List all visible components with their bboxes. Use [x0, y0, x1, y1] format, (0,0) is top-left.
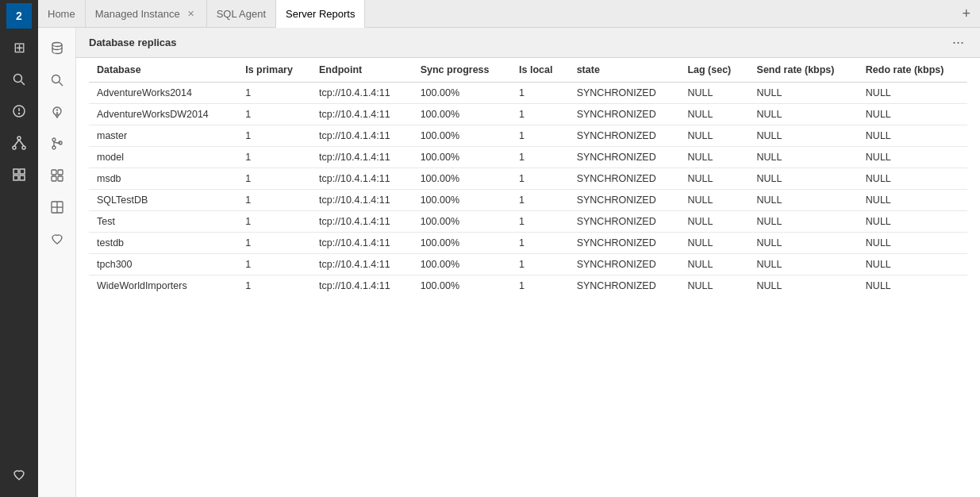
table-cell: 100.00%	[413, 125, 511, 147]
add-tab-button[interactable]: +	[952, 0, 980, 27]
table-cell: WideWorldImporters	[89, 275, 237, 297]
table-row: master1tcp://10.4.1.4:11100.00%1SYNCHRON…	[89, 125, 967, 147]
table-cell: NULL	[749, 233, 858, 254]
tab-sql-agent[interactable]: SQL Agent	[207, 0, 276, 27]
activity-bar: 2 ⊞	[0, 0, 38, 497]
col-state: state	[569, 58, 680, 83]
svg-line-8	[14, 140, 19, 146]
table-cell: SYNCHRONIZED	[569, 211, 680, 233]
sidebar-search-icon[interactable]	[43, 66, 71, 94]
schema-icon[interactable]	[0, 127, 38, 159]
sidebar-heart-icon[interactable]	[43, 225, 71, 253]
table-cell: AdventureWorksDW2014	[89, 104, 237, 125]
tab-managed-instance[interactable]: Managed Instance ✕	[86, 0, 207, 27]
table-cell: 100.00%	[413, 83, 511, 104]
table-row: AdventureWorksDW20141tcp://10.4.1.4:1110…	[89, 104, 967, 125]
table-cell: NULL	[679, 275, 748, 297]
table-cell: 1	[511, 211, 569, 233]
replicas-table: Database Is primary Endpoint Sync progre…	[89, 58, 967, 296]
col-redo-rate: Redo rate (kbps)	[858, 58, 967, 83]
table-row: Test1tcp://10.4.1.4:11100.00%1SYNCHRONIZ…	[89, 211, 967, 233]
table-cell: AdventureWorks2014	[89, 83, 237, 104]
sidebar-branch-icon[interactable]	[43, 129, 71, 158]
table-cell: NULL	[679, 233, 748, 254]
table-cell: 1	[237, 168, 311, 190]
svg-point-20	[52, 138, 56, 141]
table-cell: NULL	[858, 233, 967, 254]
col-send-rate: Send rate (kbps)	[749, 58, 858, 83]
table-cell: NULL	[858, 125, 967, 147]
svg-line-1	[21, 82, 25, 86]
table-cell: 1	[237, 125, 311, 147]
table-cell: NULL	[679, 211, 748, 233]
table-cell: NULL	[858, 168, 967, 190]
table-cell: 100.00%	[413, 190, 511, 211]
table-row: SQLTestDB1tcp://10.4.1.4:11100.00%1SYNCH…	[89, 190, 967, 211]
svg-rect-12	[13, 175, 18, 180]
tab-server-reports[interactable]: Server Reports	[276, 0, 365, 28]
table-cell: 100.00%	[413, 147, 511, 168]
table-cell: NULL	[858, 211, 967, 233]
table-container: Database Is primary Endpoint Sync progre…	[76, 58, 980, 497]
svg-point-0	[14, 75, 22, 83]
table-cell: 1	[511, 83, 569, 104]
table-cell: 1	[511, 233, 569, 254]
svg-point-21	[52, 146, 56, 149]
table-cell: 1	[511, 125, 569, 147]
sidebar-insights-icon[interactable]	[43, 98, 71, 126]
table-cell: NULL	[749, 168, 858, 190]
table-cell: tcp://10.4.1.4:11	[311, 83, 413, 104]
tab-sql-agent-label: SQL Agent	[217, 8, 266, 20]
table-cell: NULL	[749, 190, 858, 211]
svg-rect-25	[58, 170, 63, 175]
table-cell: 1	[511, 254, 569, 275]
heart-icon[interactable]	[0, 459, 38, 491]
table-cell: 1	[511, 168, 569, 190]
table-cell: 1	[511, 275, 569, 297]
sidebar-db-icon[interactable]	[43, 34, 71, 63]
col-lag: Lag (sec)	[679, 58, 748, 83]
svg-rect-13	[20, 175, 25, 180]
more-options-button[interactable]: ···	[949, 34, 967, 51]
table-body: AdventureWorks20141tcp://10.4.1.4:11100.…	[89, 83, 967, 297]
table-row: tpch3001tcp://10.4.1.4:11100.00%1SYNCHRO…	[89, 254, 967, 275]
table-cell: tcp://10.4.1.4:11	[311, 254, 413, 275]
table-cell: 1	[511, 104, 569, 125]
table-cell: SQLTestDB	[89, 190, 237, 211]
app-logo: 2	[6, 3, 32, 29]
tab-managed-instance-close[interactable]: ✕	[185, 8, 197, 20]
table-row: WideWorldImporters1tcp://10.4.1.4:11100.…	[89, 275, 967, 297]
table-cell: NULL	[749, 104, 858, 125]
table-cell: NULL	[679, 104, 748, 125]
table-cell: 1	[237, 275, 311, 297]
table-cell: NULL	[858, 254, 967, 275]
table-cell: msdb	[89, 168, 237, 190]
table-cell: 1	[237, 147, 311, 168]
svg-rect-26	[52, 176, 56, 181]
sidebar-grid-icon[interactable]	[43, 193, 71, 222]
table-cell: NULL	[679, 125, 748, 147]
table-cell: 1	[237, 83, 311, 104]
table-cell: 100.00%	[413, 104, 511, 125]
search-icon[interactable]	[0, 64, 38, 95]
table-row: model1tcp://10.4.1.4:11100.00%1SYNCHRONI…	[89, 147, 967, 168]
table-cell: tcp://10.4.1.4:11	[311, 275, 413, 297]
extensions-icon[interactable]	[0, 159, 38, 191]
svg-rect-10	[13, 169, 18, 174]
table-cell: tcp://10.4.1.4:11	[311, 147, 413, 168]
table-cell: NULL	[749, 125, 858, 147]
col-sync-progress: Sync progress	[413, 58, 511, 83]
tab-server-reports-label: Server Reports	[286, 8, 355, 20]
table-cell: NULL	[858, 147, 967, 168]
col-endpoint: Endpoint	[311, 58, 413, 83]
svg-rect-27	[58, 176, 63, 181]
table-cell: NULL	[749, 275, 858, 297]
tab-home[interactable]: Home	[38, 0, 86, 27]
table-cell: tcp://10.4.1.4:11	[311, 168, 413, 190]
table-cell: SYNCHRONIZED	[569, 168, 680, 190]
insights-icon[interactable]	[0, 95, 38, 127]
sidebar-extensions-icon[interactable]	[43, 161, 71, 190]
svg-point-15	[52, 75, 60, 83]
connections-icon[interactable]: ⊞	[0, 32, 38, 64]
table-cell: SYNCHRONIZED	[569, 83, 680, 104]
